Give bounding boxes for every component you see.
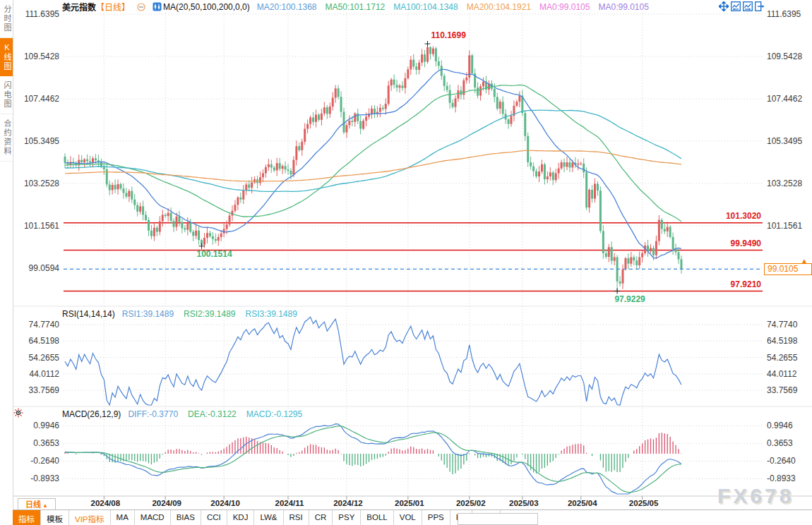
dropdown-arrow-icon: ▲ [42, 502, 48, 509]
toolbar-item-PPS[interactable]: PPS [422, 510, 450, 525]
x-axis-date: 2024/08 [85, 499, 125, 507]
period-tag: 【日线】 [96, 1, 130, 13]
rsi-value: RSI1:39.1489 [122, 309, 174, 319]
x-axis-date: 2025/04 [563, 499, 602, 507]
x-axis-date: 2024/11 [270, 499, 309, 507]
ma-settings-label: MA(20,50,100,200,0,0) [163, 2, 250, 12]
macd-values-group: DIFF:-0.3770DEA:-0.3122MACD:-0.1295 [128, 409, 302, 419]
rsi-axis-label-right: 33.7569 [767, 385, 809, 395]
ma-value: MA100:104.1348 [393, 2, 458, 12]
sun-indicator-icon[interactable] [13, 408, 23, 421]
ma-values-group: MA20:100.1368MA50:101.1712MA100:104.1348… [257, 2, 649, 12]
ma-value: MA0:99.0105 [598, 2, 648, 12]
y-axis-label-left: 105.3495 [21, 136, 59, 146]
x-axis-date: 2025/03 [504, 499, 544, 507]
toolbar-item-CR[interactable]: CR [309, 510, 333, 525]
toolbar-item-VIP指标[interactable]: VIP指标 [69, 510, 111, 525]
rsi-title: RSI(14,14,14) [62, 309, 115, 319]
sidebar-tab-kline[interactable]: K线图 [0, 38, 13, 76]
low-annotation: 97.9229 [607, 294, 652, 304]
level-label: 97.9210 [678, 279, 761, 289]
macd-axis-label-right: 0.3653 [767, 438, 809, 448]
toolbar-item-CCI[interactable]: CCI [201, 510, 227, 525]
rsi-axis-label-left: 64.5198 [21, 336, 59, 346]
macd-axis-label-right: -0.8933 [767, 473, 809, 483]
low-annotation: 100.1514 [192, 249, 237, 259]
exit-right-icon[interactable] [755, 1, 765, 11]
sidebar-tab-timeshare[interactable]: 分时图 [0, 0, 13, 38]
price-up-arrow: ▲ [801, 257, 808, 265]
macd-axis-label-right: 0.9946 [767, 421, 809, 430]
period-selector-label: 日线 [25, 500, 41, 509]
toolbar-item-BIAS[interactable]: BIAS [171, 510, 201, 525]
macd-axis-label-right: -0.2640 [767, 456, 809, 466]
toolbar-item-RSI[interactable]: RSI [284, 510, 309, 525]
rsi-axis-label-left: 54.2655 [21, 353, 59, 363]
toolbar-item-MA[interactable]: MA [111, 510, 135, 525]
macd-value: MACD:-0.1295 [246, 409, 302, 419]
y-axis-label-left: 111.6395 [21, 9, 59, 19]
x-axis-date: 2024/09 [147, 499, 186, 507]
ma-value: MA200:104.1921 [467, 2, 531, 12]
sidebar-tab-lightning[interactable]: 闪电图 [0, 76, 13, 114]
watermark: FX678 [717, 484, 794, 508]
high-annotation: 110.1699 [431, 30, 466, 40]
chart-application: 分时图 K线图 闪电图 合约资料 美元指数 【日线】 MA(20,50,100,… [0, 0, 812, 525]
toolbar-item-指标[interactable]: 指标 [13, 510, 41, 525]
x-axis-date: 2024/12 [328, 499, 368, 507]
level-label: 101.3020 [678, 211, 761, 221]
rsi-panel-header: RSI(14,14,14) RSI1:39.1489RSI2:39.1489RS… [62, 308, 297, 319]
macd-value: DIFF:-0.3770 [128, 409, 178, 419]
rsi-axis-label-right: 54.2655 [767, 353, 809, 363]
candlestick-chart-icon [153, 2, 162, 11]
rsi-axis-label-left: 33.7569 [21, 385, 59, 395]
pan-crosshair-icon[interactable] [719, 1, 729, 11]
rsi-axis-label-left: 44.0112 [21, 369, 59, 379]
x-axis-date: 2025/01 [390, 499, 429, 507]
y-axis-label-left: 99.0594 [21, 263, 59, 273]
chart-mode-sidebar: 分时图 K线图 闪电图 合约资料 [0, 0, 13, 525]
ma-value: MA50:101.1712 [326, 2, 386, 12]
rsi-axis-label-right: 74.7740 [767, 320, 809, 330]
rsi-value: RSI2:39.1489 [184, 309, 235, 319]
y-axis-label-right: 109.5428 [767, 52, 809, 61]
macd-title: MACD(26,12,9) [62, 409, 121, 419]
x-axis-date: 2025/02 [451, 499, 491, 507]
x-axis-date: 2025/05 [624, 499, 664, 507]
y-axis-label-left: 107.4462 [21, 94, 59, 104]
chart-tool-icons [719, 1, 765, 11]
macd-axis-label-left: -0.8933 [21, 473, 59, 483]
toolbar-item-VOL[interactable]: VOL [394, 510, 422, 525]
sidebar-tab-contract-info[interactable]: 合约资料 [0, 114, 13, 162]
ma-value: MA20:100.1368 [257, 2, 317, 12]
y-axis-label-right: 101.1561 [767, 221, 809, 231]
macd-axis-label-left: -0.2640 [21, 456, 59, 466]
toolbar-item-MACD[interactable]: MACD [135, 510, 171, 525]
y-axis-label-left: 101.1561 [21, 221, 59, 231]
rsi-axis-label-left: 74.7740 [21, 320, 59, 330]
indicator-toolbar: 指标模板VIP指标MAMACDBIASCCIKDJLW&RSICRPSYBOLL… [13, 509, 812, 525]
toolbar-empty-box [458, 513, 538, 525]
y-axis-label-right: 111.6395 [767, 9, 809, 19]
zoom-x-in-icon[interactable] [743, 1, 753, 11]
y-axis-label-right: 107.4462 [767, 94, 809, 104]
symbol-title: 美元指数 [62, 1, 96, 13]
toolbar-item-PSY[interactable]: PSY [333, 510, 361, 525]
toolbar-item-LW&[interactable]: LW& [254, 510, 283, 525]
macd-value: DEA:-0.3122 [188, 409, 237, 419]
rsi-value: RSI3:39.1489 [246, 309, 297, 319]
toolbar-item-BOLL[interactable]: BOLL [361, 510, 393, 525]
x-axis-date: 2024/10 [205, 499, 245, 507]
level-label: 99.9490 [678, 239, 761, 248]
y-axis-label-left: 103.2528 [21, 179, 59, 188]
macd-panel-header: MACD(26,12,9) DIFF:-0.3770DEA:-0.3122MAC… [62, 409, 302, 419]
rsi-axis-label-right: 44.0112 [767, 369, 809, 379]
toolbar-item-模板[interactable]: 模板 [41, 510, 69, 525]
ma-value: MA0:99.0105 [539, 2, 590, 12]
main-chart-header: 美元指数 【日线】 MA(20,50,100,200,0,0) MA20:100… [62, 1, 649, 13]
toolbar-item-KDJ[interactable]: KDJ [227, 510, 255, 525]
y-axis-label-right: 103.2528 [767, 179, 809, 188]
collapse-icon[interactable] [137, 3, 145, 11]
rsi-values-group: RSI1:39.1489RSI2:39.1489RSI3:39.1489 [122, 309, 297, 319]
zoom-x-out-icon[interactable] [731, 1, 741, 11]
